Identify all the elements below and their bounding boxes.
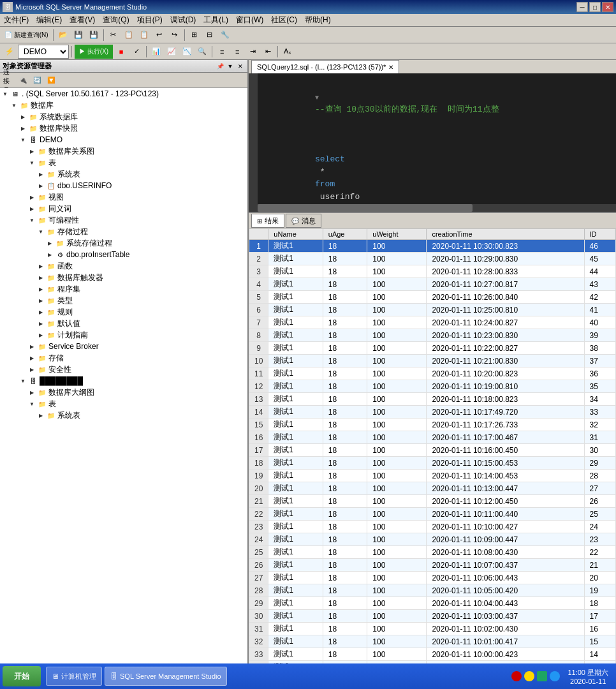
tb-icon1[interactable]: ⊞ [187, 28, 202, 42]
tree-item[interactable]: ▶📁类型 [0, 295, 247, 306]
table-row[interactable]: 30测试1181002020-01-11 10:03:00.43717 [249, 610, 616, 623]
table-row[interactable]: 27测试1181002020-01-11 10:06:00.44320 [249, 572, 616, 584]
table-row[interactable]: 19测试1181002020-01-11 10:14:00.45328 [249, 470, 616, 482]
scrollbar-thumb[interactable] [258, 204, 473, 212]
table-row[interactable]: 24测试1181002020-01-11 10:09:00.44723 [249, 533, 616, 546]
table-row[interactable]: 15测试1181002020-01-11 10:17:26.73332 [249, 419, 616, 431]
redo-button[interactable]: ↪ [168, 28, 182, 42]
tree-expander[interactable]: ▶ [27, 146, 37, 156]
filter-button[interactable]: 🔽 [45, 74, 57, 87]
table-row[interactable]: 26测试1181002020-01-11 10:07:00.43721 [249, 559, 616, 572]
paste-button[interactable]: 📋 [137, 28, 151, 42]
tree-expander[interactable]: ▶ [36, 272, 46, 283]
cut-button[interactable]: ✂ [106, 28, 121, 42]
tree-expander[interactable]: ▶ [36, 181, 46, 191]
table-row[interactable]: 1测试1181002020-01-11 10:30:00.82346 [249, 240, 616, 253]
tree-item[interactable]: ▶📁存储 [0, 352, 247, 364]
table-row[interactable]: 11测试1181002020-01-11 10:20:00.82336 [249, 367, 616, 380]
open-button[interactable]: 📂 [56, 28, 70, 42]
menu-project[interactable]: 项目(P) [133, 13, 166, 27]
tree-expander[interactable]: ▼ [9, 100, 19, 110]
taskbar-item-computer[interactable]: 🖥 计算机管理 [46, 667, 102, 686]
table-row[interactable]: 21测试1181002020-01-11 10:12:00.45026 [249, 495, 616, 508]
table-row[interactable]: 33测试1181002020-01-11 10:00:00.42314 [249, 648, 616, 661]
tree-item[interactable]: ▶📁数据库触发器 [0, 272, 247, 283]
refresh-button[interactable]: 🔄 [31, 74, 43, 87]
tree-expander[interactable]: ▼ [0, 89, 10, 99]
panel-menu-button[interactable]: ▼ [226, 62, 235, 71]
menu-query[interactable]: 查询(Q) [99, 13, 133, 27]
table-row[interactable]: 2测试1181002020-01-11 10:29:00.83045 [249, 253, 616, 265]
sql-icon3[interactable]: 📉 [180, 45, 194, 59]
table-row[interactable]: 25测试1181002020-01-11 10:08:00.43022 [249, 546, 616, 559]
table-row[interactable]: 32测试1181002020-01-11 10:01:00.41715 [249, 635, 616, 648]
copy-button[interactable]: 📋 [122, 28, 136, 42]
save-button[interactable]: 💾 [71, 28, 85, 42]
tree-item[interactable]: ▶📁系统数据库 [0, 111, 247, 122]
table-row[interactable]: 12测试1181002020-01-11 10:19:00.81035 [249, 380, 616, 393]
tree-expander[interactable]: ▶ [27, 192, 37, 202]
table-row[interactable]: 18测试1181002020-01-11 10:15:00.45329 [249, 457, 616, 470]
taskbar-item-ssms[interactable]: 🗄 SQL Server Management Studio [105, 667, 227, 686]
table-row[interactable]: 4测试1181002020-01-11 10:27:00.81743 [249, 278, 616, 291]
tree-expander[interactable]: ▶ [36, 261, 46, 271]
tree-item[interactable]: ▶📁系统表 [0, 168, 247, 180]
tree-expander[interactable]: ▼ [18, 376, 28, 386]
tree-expander[interactable]: ▶ [18, 123, 28, 133]
sql-icon7[interactable]: ⇥ [246, 45, 260, 59]
results-tab[interactable]: ⊞ 结果 [251, 214, 284, 228]
tree-item[interactable]: ▶📁计划指南 [0, 329, 247, 341]
tree-expander[interactable]: ▶ [45, 249, 55, 260]
table-row[interactable]: 10测试1181002020-01-11 10:21:00.83037 [249, 355, 616, 367]
close-button[interactable]: ✕ [602, 2, 613, 12]
table-row[interactable]: 29测试1181002020-01-11 10:04:00.44318 [249, 597, 616, 610]
tray-icon-3[interactable] [537, 671, 547, 681]
tb-icon3[interactable]: 🔧 [218, 28, 232, 42]
tree-expander[interactable]: ▼ [18, 135, 28, 145]
database-dropdown[interactable]: DEMO [18, 45, 69, 59]
tree-expander[interactable]: ▶ [27, 204, 37, 214]
table-row[interactable]: 22测试1181002020-01-11 10:11:00.44025 [249, 508, 616, 521]
tree-expander[interactable]: ▶ [36, 169, 46, 179]
table-row[interactable]: 20测试1181002020-01-11 10:13:00.44727 [249, 482, 616, 495]
tree-item[interactable]: ▼🗄████████ [0, 375, 247, 387]
tray-icon-2[interactable] [524, 671, 534, 681]
tree-item[interactable]: ▼🗄DEMO [0, 134, 247, 145]
sql-icon5[interactable]: ≡ [215, 45, 229, 59]
menu-view[interactable]: 查看(V) [66, 13, 99, 27]
tree-expander[interactable]: ▶ [45, 238, 55, 248]
tree-expander[interactable]: ▶ [18, 112, 28, 122]
tree-item[interactable]: ▶📋dbo.USERINFO [0, 180, 247, 191]
undo-button[interactable]: ↩ [152, 28, 166, 42]
sql-icon9[interactable]: Aₓ [281, 45, 295, 59]
sql-editor[interactable]: ▼ --查询 10点30以前的数据,现在 时间为11点整 select * fr… [249, 73, 616, 213]
tree-item[interactable]: ▶📁Service Broker [0, 341, 247, 352]
tree-expander[interactable]: ▶ [27, 364, 37, 374]
editor-scrollbar[interactable] [258, 204, 616, 212]
execute-button[interactable]: ▶ 执行(X) [75, 45, 113, 59]
connect-button[interactable]: 连接▼ [3, 74, 15, 87]
menu-window[interactable]: 窗口(W) [232, 13, 267, 27]
active-query-tab[interactable]: SQLQuery12.sql - (l... (123-PC\123 (57))… [251, 60, 399, 73]
sql-icon1[interactable]: 📊 [149, 45, 163, 59]
tree-item[interactable]: ▶📁规则 [0, 306, 247, 318]
table-row[interactable]: 13测试1181002020-01-11 10:18:00.82334 [249, 393, 616, 406]
minimize-button[interactable]: ─ [576, 2, 588, 12]
table-row[interactable]: 9测试1181002020-01-11 10:22:00.82738 [249, 342, 616, 355]
table-row[interactable]: 6测试1181002020-01-11 10:25:00.81041 [249, 304, 616, 316]
tree-expander[interactable]: ▶ [36, 410, 46, 420]
tree-item[interactable]: ▶📁视图 [0, 191, 247, 203]
tree-item[interactable]: ▶📁函数 [0, 260, 247, 272]
disconnect-button[interactable]: 🔌 [17, 74, 29, 87]
tree-expander[interactable]: ▼ [27, 215, 37, 225]
tree-expander[interactable]: ▶ [36, 330, 46, 340]
tree-expander[interactable]: ▶ [27, 387, 37, 397]
tree-item[interactable]: ▼📁表 [0, 398, 247, 410]
pin-button[interactable]: 📌 [216, 62, 224, 71]
tree-expander[interactable]: ▶ [27, 353, 37, 363]
table-row[interactable]: 31测试1181002020-01-11 10:02:00.43016 [249, 623, 616, 635]
maximize-button[interactable]: □ [589, 2, 601, 12]
tree-expander[interactable]: ▶ [36, 318, 46, 329]
table-row[interactable]: 3测试1181002020-01-11 10:28:00.83344 [249, 265, 616, 278]
table-row[interactable]: 7测试1181002020-01-11 10:24:00.82740 [249, 316, 616, 329]
